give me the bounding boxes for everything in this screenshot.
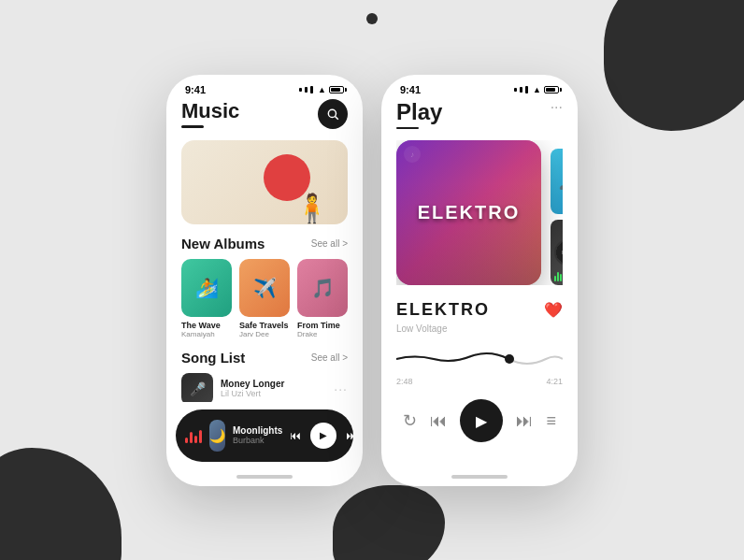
album-carousel: ♪ ELEKTRO 🎵 [396,140,563,285]
green-bars [554,272,562,281]
side-album-1[interactable]: 🎵 [551,149,563,214]
battery-fill-play [546,88,555,92]
next-button[interactable]: ⏭ [516,411,533,431]
play-title: Play [396,99,442,125]
blob-top-right [604,0,744,131]
time-play: 9:41 [400,84,421,95]
waveform-container[interactable] [396,345,563,373]
search-button[interactable] [318,99,348,129]
phone-music: 9:41 ▲ Music [166,75,363,486]
album-name-1: The Wave [181,321,232,330]
now-playing-controls: ⏮ ▶ ⏭ [290,423,357,449]
now-playing-thumb: 🌙 [209,420,225,452]
more-options-button[interactable]: ··· [551,99,563,116]
play-pause-button[interactable]: ▶ [460,399,503,442]
playlist-button[interactable]: ≡ [546,411,556,431]
albums-row: 🏄 The Wave Kamaiyah ✈️ Safe Travels Jarv… [181,259,348,338]
album-emoji-1: 🏄 [195,277,219,299]
g-bar-1 [554,276,556,281]
time-music: 9:41 [185,84,206,95]
music-title-wrap: Music [181,99,239,128]
signal-bar-3 [310,86,313,93]
song-list-see-all[interactable]: See all > [311,352,348,363]
play-content: Play ··· ♪ ELEKTRO 🎵 [381,99,578,469]
album-emoji-3: 🎵 [311,277,335,299]
progress-dot[interactable] [505,354,514,364]
eq-bar-4 [199,430,202,443]
album-artist-2: Jarv Dee [239,330,290,338]
music-header: Music [181,99,348,129]
song-info-1: Money Longer Lil Uzi Vert [221,379,326,398]
vinyl-disc [554,239,563,266]
song-artist-1: Lil Uzi Vert [221,389,326,398]
signal-bar-2 [305,87,308,93]
song-name-1: Money Longer [221,379,326,389]
blob-bottom-left [0,448,122,560]
repeat-button[interactable]: ↻ [403,410,417,431]
home-indicator-play [451,475,508,479]
album-gradient-overlay: ELEKTRO [396,140,541,285]
status-icons-play: ▲ [514,85,559,94]
song-detail-title: ELEKTRO [396,300,490,320]
heart-button[interactable]: ❤️ [544,301,563,319]
album-item-1[interactable]: 🏄 The Wave Kamaiyah [181,259,232,338]
status-bar-play: 9:41 ▲ [381,75,578,99]
music-content: Music 🧍 New Albums See all > [166,99,363,402]
main-album-art[interactable]: ♪ ELEKTRO [396,140,541,285]
g-bar-3 [560,274,562,281]
song-detail: ELEKTRO ❤️ [396,300,563,320]
side-albums: 🎵 [551,149,563,285]
song-thumb-1: 🎤 [181,373,213,402]
now-playing-bar: 🌙 Moonlights Burbank ⏮ ▶ ⏭ [176,409,353,462]
album-cover-3: 🎵 [297,259,348,317]
play-controls: ↻ ⏮ ▶ ⏭ ≡ [396,399,563,442]
time-row: 2:48 4:21 [396,377,563,386]
album-emoji-2: ✈️ [253,277,277,299]
new-albums-see-all[interactable]: See all > [311,238,348,249]
play-title-underline [396,127,419,130]
blob-bottom-right [333,485,445,560]
music-title-underline [181,125,204,128]
song-list-header: Song List See all > [181,350,348,366]
home-indicator-music [236,475,293,479]
album-main-label: ELEKTRO [418,202,521,223]
current-time: 2:48 [396,377,413,386]
album-name-2: Safe Travels [239,321,290,330]
wifi-icon-play: ▲ [533,85,541,94]
signal-bar-1 [299,88,302,92]
status-icons-music: ▲ [299,85,344,94]
play-title-wrap: Play [396,99,442,130]
side-album-2[interactable] [551,220,563,285]
status-bar-music: 9:41 ▲ [166,75,363,99]
now-playing-info: Moonlights Burbank [233,425,282,445]
album-cover-1: 🏄 [181,259,232,317]
battery-fill [331,88,340,92]
equalizer-icon [185,428,202,443]
side-album-1-art: 🎵 [557,171,563,192]
album-item-3[interactable]: 🎵 From Time Drake [297,259,348,338]
eq-bar-3 [194,436,197,443]
phone-play: 9:41 ▲ Play ··· [381,75,578,486]
battery-icon-play [544,86,559,93]
music-title: Music [181,99,239,123]
prev-button-mini[interactable]: ⏮ [290,429,301,442]
search-icon [326,108,339,121]
prev-button[interactable]: ⏮ [430,411,447,431]
signal-bar-p2 [520,87,522,93]
song-detail-subtitle: Low Voltage [396,323,563,334]
album-item-2[interactable]: ✈️ Safe Travels Jarv Dee [239,259,290,338]
album-artist-3: Drake [297,330,348,338]
waveform-svg [396,345,563,373]
center-dot-decor [366,13,378,24]
hero-figure: 🧍 [294,192,329,224]
song-dots-1[interactable]: ··· [334,381,348,396]
g-bar-2 [557,272,559,281]
album-name-3: From Time [297,321,348,330]
hero-banner: 🧍 [181,140,348,224]
song-item-1[interactable]: 🎤 Money Longer Lil Uzi Vert ··· [181,373,348,402]
album-artist-1: Kamaiyah [181,330,232,338]
battery-icon [329,86,344,93]
now-playing-artist: Burbank [233,436,282,445]
play-button-mini[interactable]: ▶ [310,423,336,449]
next-button-mini[interactable]: ⏭ [346,429,357,442]
